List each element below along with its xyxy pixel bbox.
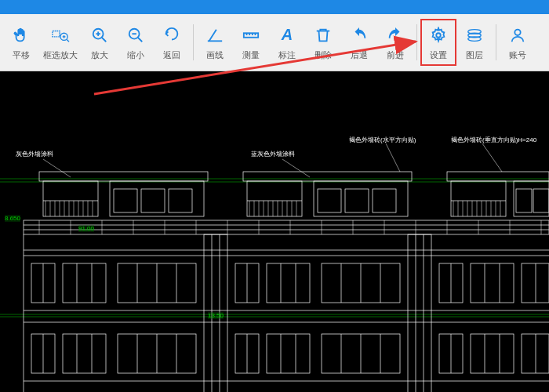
svg-rect-139: [63, 334, 106, 373]
divider: [193, 24, 194, 60]
layers-icon: [466, 24, 483, 46]
account-icon: [509, 24, 526, 46]
line-button[interactable]: 画线: [197, 19, 233, 66]
divider: [496, 24, 496, 60]
svg-point-19: [436, 33, 441, 38]
pan-label: 平移: [13, 49, 30, 61]
svg-line-6: [102, 37, 107, 42]
annotate-icon: A: [282, 24, 293, 46]
svg-rect-124: [471, 263, 514, 303]
dimension-label: 91.00: [78, 225, 94, 232]
line-label: 画线: [206, 49, 224, 61]
undo-label: 后退: [351, 49, 368, 61]
svg-rect-29: [243, 172, 412, 181]
cad-canvas[interactable]: 灰色外墙涂料 蓝灰色外墙涂料 褐色外墙砖(水平方向贴) 褐色外墙砖(垂直方向贴)…: [0, 71, 549, 392]
delete-button[interactable]: 删除: [305, 19, 341, 66]
svg-rect-39: [169, 189, 192, 212]
zoom-out-icon: [127, 24, 144, 46]
undo-button[interactable]: 后退: [341, 19, 377, 66]
svg-rect-160: [522, 334, 549, 373]
dimension-label: 8.650: [5, 215, 20, 222]
redo-button[interactable]: 前进: [377, 19, 413, 66]
zoom-in-button[interactable]: 放大: [82, 19, 118, 66]
settings-label: 设置: [430, 49, 447, 61]
svg-rect-0: [53, 31, 60, 36]
return-button[interactable]: 返回: [154, 19, 190, 66]
measure-label: 测量: [242, 49, 260, 61]
zoom-window-icon: [51, 24, 70, 46]
svg-line-164: [282, 159, 310, 177]
annotation-label: 灰色外墙涂料: [16, 150, 53, 158]
svg-line-163: [43, 159, 71, 177]
annotation-label: 褐色外墙砖(垂直方向贴)H=240: [451, 136, 536, 144]
svg-rect-31: [43, 181, 98, 216]
annotation-label: 褐色外墙砖(水平方向贴): [349, 136, 416, 144]
svg-rect-148: [267, 334, 310, 373]
svg-rect-42: [373, 189, 396, 212]
delete-label: 删除: [314, 49, 332, 61]
redo-label: 前进: [387, 49, 404, 61]
annotate-button[interactable]: A 标注: [269, 19, 305, 66]
delete-icon: [314, 24, 332, 46]
svg-rect-41: [345, 189, 369, 212]
toolbar: 平移 框选放大 放大 缩小 返回 画线 测量: [0, 14, 549, 71]
svg-rect-38: [141, 189, 165, 212]
zoom-window-button[interactable]: 框选放大: [39, 19, 82, 66]
svg-rect-106: [63, 263, 106, 303]
svg-rect-115: [267, 263, 310, 303]
svg-rect-130: [408, 234, 431, 392]
svg-rect-36: [514, 181, 549, 216]
svg-line-12: [209, 29, 216, 41]
svg-line-2: [67, 39, 69, 42]
svg-rect-30: [447, 172, 549, 181]
account-label: 账号: [509, 49, 526, 61]
measure-icon: [242, 24, 260, 46]
layers-label: 图层: [466, 49, 483, 61]
zoom-in-icon: [91, 24, 108, 46]
svg-point-23: [514, 29, 520, 34]
svg-rect-33: [247, 181, 302, 216]
svg-rect-127: [522, 263, 549, 303]
svg-line-166: [482, 143, 502, 172]
svg-rect-157: [471, 334, 514, 373]
pan-icon: [13, 24, 30, 46]
pan-button[interactable]: 平移: [3, 19, 39, 66]
svg-rect-34: [314, 181, 408, 216]
dimension-label: 13.50: [208, 312, 224, 319]
svg-rect-44: [533, 189, 549, 212]
divider: [416, 24, 417, 60]
account-button[interactable]: 账号: [500, 19, 536, 66]
layers-button[interactable]: 图层: [456, 19, 493, 66]
title-bar: [0, 0, 549, 14]
svg-rect-81: [24, 220, 549, 234]
svg-rect-32: [110, 181, 204, 216]
redo-icon: [387, 24, 404, 46]
svg-rect-35: [451, 181, 506, 216]
return-icon: [163, 24, 180, 46]
annotate-label: 标注: [278, 49, 296, 61]
svg-rect-40: [318, 189, 341, 212]
settings-button[interactable]: 设置: [420, 19, 456, 66]
svg-rect-37: [114, 189, 137, 212]
line-icon: [206, 24, 224, 46]
svg-line-10: [138, 37, 143, 42]
zoom-out-label: 缩小: [127, 49, 144, 61]
zoom-in-label: 放大: [91, 49, 108, 61]
annotation-label: 蓝灰色外墙涂料: [251, 150, 295, 158]
undo-icon: [351, 24, 368, 46]
zoom-out-button[interactable]: 缩小: [118, 19, 154, 66]
measure-button[interactable]: 测量: [233, 19, 269, 66]
zoom-window-label: 框选放大: [43, 49, 78, 61]
svg-line-165: [386, 143, 400, 172]
svg-rect-43: [516, 189, 532, 212]
return-label: 返回: [163, 49, 180, 61]
gear-icon: [430, 24, 447, 46]
